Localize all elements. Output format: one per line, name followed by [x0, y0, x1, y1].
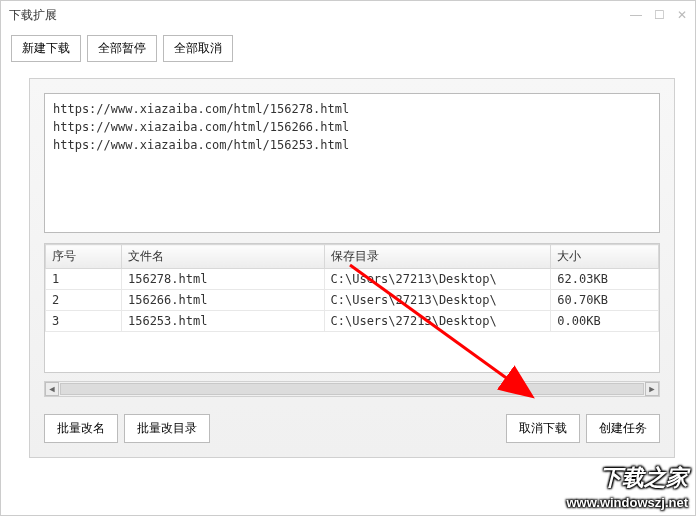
cell-index: 2: [46, 290, 122, 311]
scroll-thumb[interactable]: [60, 383, 644, 395]
app-window: 下载扩展 — ☐ ✕ 新建下载 全部暂停 全部取消 https://www.xi…: [0, 0, 696, 516]
scroll-right-button[interactable]: ►: [645, 382, 659, 396]
col-dir[interactable]: 保存目录: [324, 245, 551, 269]
table-header-row: 序号 文件名 保存目录 大小: [46, 245, 659, 269]
cancel-download-button[interactable]: 取消下载: [506, 414, 580, 443]
minimize-button[interactable]: —: [630, 8, 642, 22]
titlebar: 下载扩展 — ☐ ✕: [1, 1, 695, 29]
table-row[interactable]: 1 156278.html C:\Users\27213\Desktop\ 62…: [46, 269, 659, 290]
pause-all-button[interactable]: 全部暂停: [87, 35, 157, 62]
watermark: 下载之家 www.windowszj.net: [566, 463, 688, 512]
cell-filename: 156278.html: [121, 269, 324, 290]
new-download-button[interactable]: 新建下载: [11, 35, 81, 62]
bottom-bar: 批量改名 批量改目录 取消下载 创建任务: [44, 414, 660, 443]
cell-index: 3: [46, 311, 122, 332]
cell-dir: C:\Users\27213\Desktop\: [324, 290, 551, 311]
cell-size: 60.70KB: [551, 290, 659, 311]
create-task-button[interactable]: 创建任务: [586, 414, 660, 443]
file-table: 序号 文件名 保存目录 大小 1 156278.html C:\Users\27…: [45, 244, 659, 332]
cell-filename: 156253.html: [121, 311, 324, 332]
window-title: 下载扩展: [9, 7, 630, 24]
watermark-text: 下载之家: [566, 463, 688, 494]
batch-rename-button[interactable]: 批量改名: [44, 414, 118, 443]
scroll-left-button[interactable]: ◄: [45, 382, 59, 396]
table-body: 1 156278.html C:\Users\27213\Desktop\ 62…: [46, 269, 659, 332]
table-row[interactable]: 2 156266.html C:\Users\27213\Desktop\ 60…: [46, 290, 659, 311]
close-button[interactable]: ✕: [677, 8, 687, 22]
maximize-button[interactable]: ☐: [654, 8, 665, 22]
cell-size: 62.03KB: [551, 269, 659, 290]
spacer: [216, 414, 500, 443]
window-controls: — ☐ ✕: [630, 8, 687, 22]
cell-filename: 156266.html: [121, 290, 324, 311]
col-index[interactable]: 序号: [46, 245, 122, 269]
col-filename[interactable]: 文件名: [121, 245, 324, 269]
toolbar: 新建下载 全部暂停 全部取消: [1, 29, 695, 68]
cell-size: 0.00KB: [551, 311, 659, 332]
horizontal-scrollbar[interactable]: ◄ ►: [44, 381, 660, 397]
table-row[interactable]: 3 156253.html C:\Users\27213\Desktop\ 0.…: [46, 311, 659, 332]
cancel-all-button[interactable]: 全部取消: [163, 35, 233, 62]
cell-index: 1: [46, 269, 122, 290]
batch-dir-button[interactable]: 批量改目录: [124, 414, 210, 443]
url-textarea[interactable]: https://www.xiazaiba.com/html/156278.htm…: [44, 93, 660, 233]
panel-wrap: https://www.xiazaiba.com/html/156278.htm…: [1, 68, 695, 478]
cell-dir: C:\Users\27213\Desktop\: [324, 269, 551, 290]
watermark-url: www.windowszj.net: [566, 494, 688, 512]
file-table-wrap: 序号 文件名 保存目录 大小 1 156278.html C:\Users\27…: [44, 243, 660, 373]
col-size[interactable]: 大小: [551, 245, 659, 269]
cell-dir: C:\Users\27213\Desktop\: [324, 311, 551, 332]
main-panel: https://www.xiazaiba.com/html/156278.htm…: [29, 78, 675, 458]
